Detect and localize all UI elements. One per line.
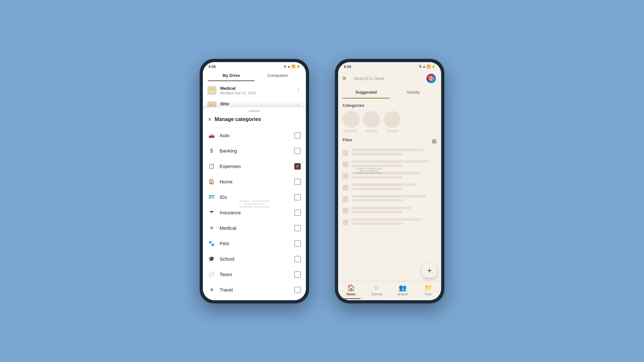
checkbox-home[interactable] (294, 179, 301, 185)
skeleton-line-3 (352, 172, 420, 174)
bubble-label-2 (365, 130, 378, 132)
nav-files[interactable]: 📁 Files (415, 284, 441, 299)
skeleton-sq-1 (343, 150, 348, 156)
skeleton-sq-4 (343, 185, 348, 190)
nav-label-home: Home (346, 292, 355, 296)
category-label-insurance: Insurance (220, 210, 290, 215)
checkbox-auto[interactable] (294, 132, 301, 139)
category-medical[interactable]: ✳ Medical (203, 220, 306, 236)
expenses-icon: 📋 (208, 163, 215, 169)
skeleton-sq-3 (343, 173, 348, 179)
checkbox-banking[interactable] (294, 148, 301, 154)
close-button[interactable]: × (208, 116, 212, 123)
bubble-circle-1 (343, 111, 359, 128)
category-banking[interactable]: $ Banking (203, 143, 306, 159)
files-header: Files ⊞ (343, 137, 437, 145)
bubble-3[interactable] (384, 111, 401, 132)
skeleton-sq-5 (343, 196, 348, 202)
skeleton-row-1 (343, 149, 437, 157)
file-name-shiv: Shiv (220, 101, 292, 106)
category-label-home: Home (220, 179, 290, 184)
nav-home[interactable]: 🏠 Home (338, 284, 364, 299)
sheet-handle (249, 110, 260, 112)
bottom-nav: 🏠 Home ☆ Starred 👥 Shared 📁 Files (338, 281, 441, 300)
checkbox-insurance[interactable] (294, 209, 301, 216)
bubble-circle-3 (384, 111, 401, 128)
checkbox-taxes[interactable] (294, 271, 301, 278)
fab-button[interactable]: + (422, 264, 437, 278)
bubble-1[interactable] (343, 111, 359, 132)
tab-my-drive[interactable]: My Drive (208, 70, 254, 81)
category-label-travel: Travel (220, 287, 290, 292)
bubble-circle-2 (363, 111, 380, 128)
grid-view-icon[interactable]: ⊞ (432, 138, 437, 145)
hamburger-icon[interactable]: ≡ (343, 75, 346, 82)
checkbox-pets[interactable] (294, 240, 301, 247)
nav-label-files: Files (425, 292, 431, 296)
skeleton-row-6 (343, 207, 437, 215)
files-nav-icon: 📁 (424, 284, 432, 292)
checkbox-travel[interactable] (294, 287, 301, 293)
skeleton-line (352, 149, 424, 151)
tab-suggested[interactable]: Suggested (343, 87, 390, 98)
nav-active-indicator (341, 298, 361, 299)
left-status-bar: 6:55 ⊙ ▲ 📶 🔋 (203, 62, 306, 70)
search-input[interactable]: Search in Drive (349, 73, 422, 84)
category-expenses[interactable]: 📋 Expenses (203, 159, 306, 174)
taxes-icon: 📄 (208, 271, 215, 277)
bubble-label-3 (386, 130, 399, 132)
auto-icon: 🚗 (208, 132, 215, 138)
skeleton-line-short-3 (352, 176, 402, 179)
skeleton-sq-2 (343, 162, 348, 167)
file-more-medical[interactable]: ⋮ (296, 87, 301, 94)
category-school[interactable]: 🎓 School (203, 251, 306, 267)
left-time: 6:55 (209, 65, 216, 69)
nav-starred[interactable]: ☆ Starred (364, 284, 390, 299)
category-ids[interactable]: 🪪 IDs (203, 190, 306, 205)
search-tabs: Suggested Activity (338, 87, 441, 98)
category-label-medical: Medical (220, 225, 290, 231)
category-travel[interactable]: ✈ Travel (203, 282, 306, 298)
folder-icon: 📁 (207, 86, 216, 95)
category-label-banking: Banking (220, 148, 290, 153)
checkbox-ids[interactable] (294, 194, 301, 200)
checkbox-expenses[interactable] (294, 163, 301, 170)
school-icon: 🎓 (208, 256, 215, 262)
skeleton-line-short-5 (352, 199, 402, 202)
category-label-ids: IDs (220, 194, 290, 200)
banking-icon: $ (208, 148, 215, 154)
right-phone: 5:19 G ▲ 📶 🔋 ≡ Search in Drive 🎨 Suggest… (335, 59, 444, 303)
category-taxes[interactable]: 📄 Taxes (203, 267, 306, 282)
left-phone: 6:55 ⊙ ▲ 📶 🔋 My Drive Computers 📁 Medica… (200, 59, 309, 303)
skeleton-line-short-2 (352, 164, 402, 167)
category-auto[interactable]: 🚗 Auto (203, 128, 306, 143)
insurance-icon: ☂ (208, 209, 215, 216)
file-name-medical: Medical (220, 86, 292, 91)
search-bar: ≡ Search in Drive 🎨 (338, 70, 441, 87)
tab-computers[interactable]: Computers (254, 70, 301, 81)
avatar[interactable]: 🎨 (426, 73, 437, 84)
category-label-expenses: Expenses (220, 163, 290, 169)
bubble-2[interactable] (363, 111, 380, 132)
category-work[interactable]: 🛍 Work (203, 298, 306, 300)
skeleton-line-7 (352, 218, 421, 221)
category-bubbles (343, 111, 437, 132)
categories-section-title: Categories (343, 103, 437, 108)
skeleton-sq-6 (343, 208, 348, 214)
nav-label-shared: Shared (397, 292, 408, 296)
skeleton-line-short-6 (352, 211, 402, 213)
right-time: 5:19 (344, 65, 351, 69)
category-insurance[interactable]: ☂ Insurance (203, 205, 306, 220)
shared-nav-icon: 👥 (399, 284, 407, 292)
nav-shared[interactable]: 👥 Shared (390, 284, 415, 299)
category-pets[interactable]: 🐾 Pets (203, 236, 306, 251)
tab-activity[interactable]: Activity (390, 87, 437, 98)
category-home[interactable]: 🏠 Home (203, 174, 306, 190)
skeleton-line-5 (352, 195, 426, 198)
checkbox-medical[interactable] (294, 225, 301, 231)
pets-icon: 🐾 (208, 240, 215, 246)
file-item-medical[interactable]: 📁 Medical Modified Sep 25, 2023 ⋮ (203, 83, 306, 98)
checkbox-school[interactable] (294, 256, 301, 262)
bubble-label-1 (345, 130, 357, 132)
category-label-taxes: Taxes (220, 272, 290, 277)
